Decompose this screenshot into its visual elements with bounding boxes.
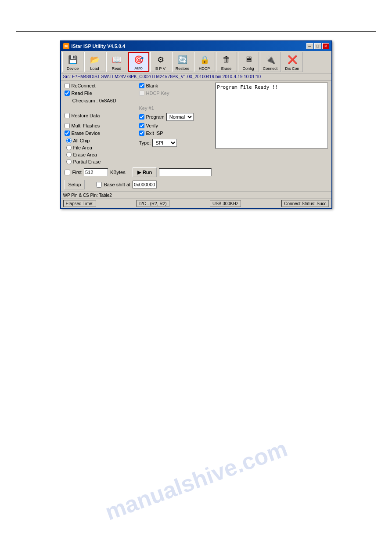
filearea-label: File Area <box>73 145 92 150</box>
toolbar-discon-button[interactable]: ❌ Dis Con <box>282 52 303 72</box>
toolbar-bpv-button[interactable]: ⚙ B P V <box>150 52 171 72</box>
i2c-text: I2C - (R2, R2) <box>139 201 166 206</box>
title-bar: M IStar ISP Utility V4.5.0.4 ─ □ ✕ <box>61 41 331 51</box>
connect-icon: 🔌 <box>263 53 277 66</box>
base-shift-input[interactable] <box>133 181 157 189</box>
restoredata-checkbox[interactable] <box>65 113 70 118</box>
type-select[interactable]: SPI I2C UART <box>152 139 177 147</box>
erasedev-exitisp-row: Erase Device Exit ISP <box>65 130 212 136</box>
erasedev-label: Erase Device <box>72 131 100 136</box>
erase-label: Erase <box>221 66 232 71</box>
toolbar-connect-button[interactable]: 🔌 Connect <box>260 52 281 72</box>
erasedev-checkbox[interactable] <box>65 131 70 136</box>
first-checkbox[interactable] <box>65 170 70 175</box>
allchip-label: All Chip <box>73 138 90 143</box>
erase-type-row: All Chip File Area Erase Area <box>65 138 212 165</box>
toolbar-auto-button[interactable]: 🎯 Auto <box>128 52 149 72</box>
type-row: Type: SPI I2C UART <box>139 138 177 147</box>
blank-col: Blank <box>139 83 158 89</box>
setup-base-row: Setup Base shift at <box>65 180 212 189</box>
device-label: Device <box>67 66 79 71</box>
toolbar-restore-button[interactable]: 🔄 Restore <box>172 52 193 72</box>
blank-checkbox[interactable] <box>139 83 144 88</box>
program-row: Program Normal Fast Slow <box>139 112 194 121</box>
reconnect-blank-row: ReConnect Blank <box>65 83 212 89</box>
erasedev-row: Erase Device <box>65 130 135 136</box>
program-mode-select[interactable]: Normal Fast Slow <box>166 113 194 121</box>
reconnect-label: ReConnect <box>72 83 96 88</box>
multiflash-label: Multi Flashes <box>72 123 100 128</box>
multiflash-checkbox[interactable] <box>65 123 70 128</box>
erase-radio-group: All Chip File Area Erase Area <box>66 138 135 165</box>
partialerase-radio[interactable] <box>66 159 72 164</box>
program-checkbox[interactable] <box>139 114 144 120</box>
allchip-row: All Chip <box>66 138 135 144</box>
restore-icon: 🔄 <box>176 53 190 66</box>
setup-button[interactable]: Setup <box>65 180 85 189</box>
exitisp-col: Exit ISP <box>139 130 163 136</box>
spacer-col <box>65 105 135 111</box>
base-shift-label: Base shift at <box>104 182 131 187</box>
discon-icon: ❌ <box>285 53 299 66</box>
toolbar-device-button[interactable]: 💾 Device <box>62 52 83 72</box>
restore-label: Restore <box>176 66 190 71</box>
key1-spacer-row: Key #1 <box>65 105 212 111</box>
erase-icon: 🗑 <box>219 53 234 66</box>
partialerase-row: Partial Erase <box>66 159 135 165</box>
reconnect-col: ReConnect <box>65 83 135 89</box>
verify-col: Verify <box>139 123 158 129</box>
first-input[interactable] <box>84 168 108 176</box>
run-icon: ▶ <box>137 170 141 175</box>
minimize-button[interactable]: ─ <box>306 43 313 49</box>
main-content: ReConnect Blank Re <box>61 80 331 192</box>
toolbar-load-button[interactable]: 📂 Load <box>84 52 105 72</box>
toolbar-erase-button[interactable]: 🗑 Erase <box>216 52 237 72</box>
readfile-col: Read File <box>65 90 135 96</box>
first-label: First <box>72 170 82 175</box>
auto-label: Auto <box>134 66 143 70</box>
restore-col: Restore Data <box>65 112 135 121</box>
close-button[interactable]: ✕ <box>322 43 329 49</box>
right-panel: Program File Ready !! <box>215 83 327 189</box>
base-shift-checkbox[interactable] <box>96 182 102 188</box>
filearea-row: File Area <box>66 145 135 151</box>
readfile-checkbox[interactable] <box>65 91 70 96</box>
toolbar-read-button[interactable]: 📖 Read <box>106 52 127 72</box>
blank-row: Blank <box>139 83 158 89</box>
toolbar-hdcp-button[interactable]: 🔒 HDCP <box>194 52 215 72</box>
erasedev-col: Erase Device <box>65 130 135 136</box>
run-label: Run <box>143 170 152 175</box>
top-rule <box>16 31 376 32</box>
program-col: Program Normal Fast Slow <box>139 112 194 121</box>
erase-radio-col: All Chip File Area Erase Area <box>65 138 135 165</box>
first-kbytes-row: First KBytes ▶ Run <box>65 167 212 177</box>
auto-icon: 🎯 <box>132 54 146 65</box>
page-wrapper: M IStar ISP Utility V4.5.0.4 ─ □ ✕ 💾 Dev… <box>0 26 392 555</box>
hdcpkey-checkbox <box>139 91 144 96</box>
app-window: M IStar ISP Utility V4.5.0.4 ─ □ ✕ 💾 Dev… <box>60 40 332 209</box>
exitisp-checkbox[interactable] <box>139 131 144 136</box>
hdcpkey-label: HDCP Key <box>146 91 169 96</box>
verify-label: Verify <box>146 123 158 128</box>
allchip-radio[interactable] <box>66 138 72 143</box>
reconnect-checkbox[interactable] <box>65 83 70 88</box>
usb-text: USB 300KHz <box>212 201 238 206</box>
erasearea-radio[interactable] <box>66 152 72 157</box>
verify-checkbox[interactable] <box>139 123 144 128</box>
restore-program-row: Restore Data Program Normal Fast Slow <box>65 112 212 121</box>
run-button[interactable]: ▶ Run <box>133 167 157 177</box>
connect-segment: Connect Status: Succ <box>281 200 329 207</box>
discon-label: Dis Con <box>285 66 299 71</box>
title-bar-left: M IStar ISP Utility V4.5.0.4 <box>63 43 126 49</box>
toolbar-config-button[interactable]: 🖥 Config <box>238 52 259 72</box>
connect-label: Connect <box>263 66 278 71</box>
hdcp-icon: 🔒 <box>198 53 212 66</box>
key1-col: Key #1 <box>139 105 154 111</box>
filearea-radio[interactable] <box>66 145 72 150</box>
hdcpkey-col: HDCP Key <box>139 90 169 96</box>
read-label: Read <box>112 66 122 71</box>
exitisp-row: Exit ISP <box>139 130 163 136</box>
load-icon: 📂 <box>88 53 102 66</box>
toolbar: 💾 Device 📂 Load 📖 Read 🎯 Auto ⚙ B P V 🔄 <box>61 51 331 73</box>
maximize-button[interactable]: □ <box>314 43 321 49</box>
